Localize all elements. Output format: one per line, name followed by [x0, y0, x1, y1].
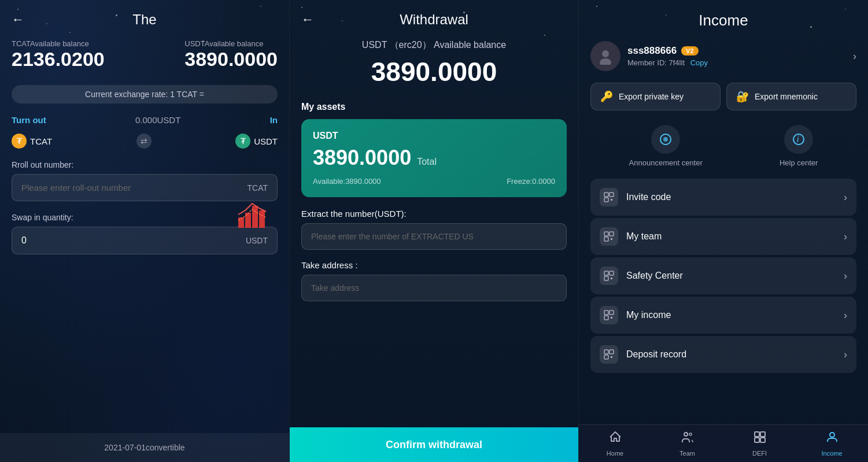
announcement-label: Announcement center — [629, 158, 703, 167]
v2-badge: V2 — [681, 46, 698, 56]
profile-left: sss888666 V2 Member ID: 7f4llt Copy — [590, 41, 708, 71]
svg-text:i: i — [797, 135, 799, 144]
my-team-icon — [600, 227, 618, 246]
profile-chevron-icon[interactable]: › — [853, 50, 856, 62]
profile-row: sss888666 V2 Member ID: 7f4llt Copy › — [590, 41, 856, 71]
turn-out-amount: 0.000USDT — [135, 115, 180, 125]
bottom-nav: Home Team DEFI Income — [579, 424, 868, 462]
income-panel: Income sss888666 V2 Member ID: 7f4llt Co… — [578, 0, 868, 462]
deposit-record-icon — [600, 345, 618, 364]
assets-label: My assets — [301, 102, 567, 112]
svg-rect-17 — [611, 238, 612, 240]
menu-item-safety-center-left: Safety Center — [600, 267, 683, 285]
usdt-balance-label: USDTAvailable balance — [184, 39, 278, 48]
defi-icon — [753, 430, 767, 448]
take-address-section: Take address : — [301, 260, 567, 301]
invite-code-icon — [600, 188, 618, 206]
asset-name: USDT — [313, 131, 555, 141]
nav-home[interactable]: Home — [579, 430, 651, 457]
withdrawal-title: Withdrawal — [400, 12, 468, 28]
lock-icon: 🔑 — [600, 90, 613, 103]
take-address-label: Take address : — [301, 260, 567, 270]
nav-team[interactable]: Team — [651, 430, 723, 457]
menu-item-safety-center[interactable]: Safety Center › — [590, 257, 856, 294]
my-team-chevron-icon: › — [844, 231, 847, 243]
menu-item-my-income[interactable]: My income › — [590, 297, 856, 334]
withdrawal-available-label: USDT （erc20） Available balance — [301, 39, 567, 51]
usdt-label: USDT — [254, 136, 278, 146]
withdrawal-back-button[interactable]: ← — [301, 12, 314, 27]
usdt-balance-value: 3890.0000 — [184, 48, 278, 71]
usdt-balance-section: USDTAvailable balance 3890.0000 — [184, 39, 278, 79]
export-mnemonic-button[interactable]: 🔐 Export mnemonic — [726, 83, 856, 110]
svg-rect-13 — [611, 199, 612, 201]
svg-rect-35 — [760, 438, 765, 442]
home-icon — [608, 430, 622, 448]
safety-center-label: Safety Center — [626, 271, 683, 281]
nav-defi[interactable]: DEFI — [723, 430, 796, 457]
my-income-icon — [600, 306, 618, 324]
swap-in-suffix: USDT — [246, 236, 268, 245]
exchange-header: ← The — [12, 12, 278, 28]
asset-sub-row: Available:3890.0000 Freeze:0.0000 — [313, 177, 555, 186]
tcat-balance-label: TCATAvailable balance — [12, 39, 105, 48]
safety-center-chevron-icon: › — [844, 270, 847, 282]
menu-item-my-team-left: My team — [600, 227, 662, 246]
key-buttons-row: 🔑 Export private key 🔐 Export mnemonic — [590, 83, 856, 110]
announcement-center-item[interactable]: Announcement center — [629, 125, 703, 167]
svg-rect-20 — [604, 276, 608, 280]
confirm-withdrawal-button[interactable]: Confirm withdrawal — [290, 427, 578, 462]
svg-rect-2 — [252, 206, 258, 228]
menu-item-invite-code[interactable]: Invite code › — [590, 179, 856, 216]
copy-button[interactable]: Copy — [690, 58, 708, 67]
nav-home-label: Home — [607, 450, 623, 457]
safety-center-icon — [600, 267, 618, 285]
exchange-back-button[interactable]: ← — [12, 12, 24, 27]
menu-list: Invite code › My team › Safe — [590, 179, 856, 373]
username-row: sss888666 V2 — [627, 45, 708, 57]
svg-rect-21 — [611, 278, 612, 279]
extract-input[interactable] — [301, 223, 567, 250]
deposit-record-label: Deposit record — [626, 349, 686, 360]
my-team-label: My team — [626, 231, 662, 242]
menu-item-my-team[interactable]: My team › — [590, 218, 856, 255]
withdrawal-available-value: 3890.0000 — [301, 56, 567, 87]
menu-item-my-income-left: My income — [600, 306, 671, 324]
roll-out-input-wrapper[interactable]: TCAT — [12, 174, 278, 201]
username-text: sss888666 — [627, 45, 677, 57]
export-mnemonic-label: Export mnemonic — [755, 92, 818, 101]
svg-rect-24 — [604, 316, 608, 320]
exchange-rate-box: Current exchange rate: 1 TCAT = — [12, 85, 278, 104]
roll-out-input[interactable] — [21, 183, 247, 193]
asset-card-usdt[interactable]: USDT 3890.0000 Total Available:3890.0000… — [301, 119, 567, 197]
token-row: ₮ TCAT ⇄ ₮ USDT — [12, 134, 278, 149]
svg-point-4 — [602, 50, 609, 57]
avatar — [590, 41, 620, 71]
exchange-title: The — [132, 12, 156, 28]
tcat-label: TCAT — [30, 136, 52, 146]
svg-rect-22 — [604, 311, 608, 315]
export-key-label: Export private key — [619, 92, 684, 101]
balance-row: TCATAvailable balance 2136.0200 USDTAvai… — [12, 39, 278, 79]
nav-income-label: Income — [821, 450, 842, 457]
export-private-key-button[interactable]: 🔑 Export private key — [590, 83, 721, 110]
swap-arrows-icon[interactable]: ⇄ — [136, 134, 152, 149]
svg-rect-32 — [755, 432, 759, 437]
help-label: Help center — [780, 158, 818, 167]
tcat-balance-section: TCATAvailable balance 2136.0200 — [12, 39, 105, 79]
roll-out-label: Rroll out number: — [12, 160, 278, 169]
my-income-label: My income — [626, 310, 671, 320]
menu-item-deposit-record-left: Deposit record — [600, 345, 686, 364]
member-id-value: 7f4llt — [669, 58, 685, 67]
menu-item-deposit-record[interactable]: Deposit record › — [590, 336, 856, 373]
take-address-input[interactable] — [301, 275, 567, 301]
swap-direction-row: Turn out 0.000USDT In — [12, 115, 278, 125]
tcat-balance-value: 2136.0200 — [12, 48, 105, 71]
invite-code-label: Invite code — [626, 192, 671, 202]
svg-rect-28 — [604, 355, 608, 359]
svg-rect-10 — [604, 193, 608, 197]
help-center-item[interactable]: i Help center — [780, 125, 818, 167]
nav-income[interactable]: Income — [796, 430, 868, 457]
nav-defi-label: DEFI — [752, 450, 767, 457]
profile-info: sss888666 V2 Member ID: 7f4llt Copy — [627, 45, 708, 67]
